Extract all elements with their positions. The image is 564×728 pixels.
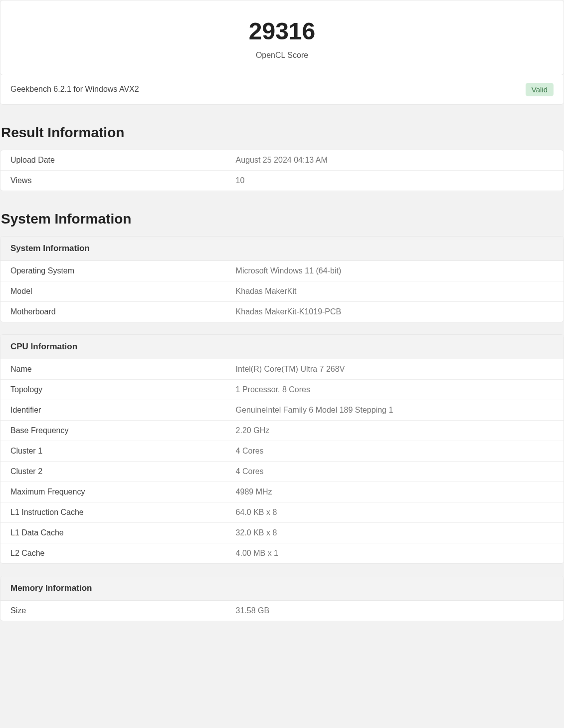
row-key: Operating System (0, 261, 226, 281)
score-card: 29316 OpenCL Score (0, 0, 564, 75)
row-value: 31.58 GB (226, 601, 564, 621)
result-information-heading: Result Information (0, 125, 564, 141)
table-row: Cluster 14 Cores (0, 441, 564, 461)
version-bar: Geekbench 6.2.1 for Windows AVX2 Valid (0, 75, 564, 105)
row-value: 4 Cores (226, 461, 564, 482)
row-key: Topology (0, 379, 226, 400)
row-key: Views (0, 170, 226, 191)
table-row: IdentifierGenuineIntel Family 6 Model 18… (0, 400, 564, 420)
table-row: NameIntel(R) Core(TM) Ultra 7 268V (0, 359, 564, 380)
table-row: Maximum Frequency4989 MHz (0, 482, 564, 502)
row-value: August 25 2024 04:13 AM (226, 150, 564, 171)
row-value: GenuineIntel Family 6 Model 189 Stepping… (226, 400, 564, 420)
row-key: L1 Instruction Cache (0, 502, 226, 522)
version-text: Geekbench 6.2.1 for Windows AVX2 (10, 85, 139, 94)
valid-badge: Valid (526, 83, 554, 96)
row-key: Identifier (0, 400, 226, 420)
row-key: Cluster 1 (0, 441, 226, 461)
row-value: 4989 MHz (226, 482, 564, 502)
score-label: OpenCL Score (10, 51, 554, 60)
row-value: 4.00 MB x 1 (226, 543, 564, 563)
table-row: Views10 (0, 170, 564, 191)
system-information-heading: System Information (0, 211, 564, 227)
table-row: MotherboardKhadas MakerKit-K1019-PCB (0, 301, 564, 322)
cpu-information-table: CPU Information NameIntel(R) Core(TM) Ul… (0, 334, 564, 564)
row-key: Upload Date (0, 150, 226, 171)
table-row: L2 Cache4.00 MB x 1 (0, 543, 564, 563)
row-key: Maximum Frequency (0, 482, 226, 502)
row-key: Motherboard (0, 301, 226, 322)
table-row: Cluster 24 Cores (0, 461, 564, 482)
table-row: Upload DateAugust 25 2024 04:13 AM (0, 150, 564, 171)
row-value: 32.0 KB x 8 (226, 522, 564, 543)
table-row: Base Frequency2.20 GHz (0, 420, 564, 441)
table-header: System Information (0, 237, 564, 261)
row-value: 2.20 GHz (226, 420, 564, 441)
row-key: L1 Data Cache (0, 522, 226, 543)
row-key: Model (0, 281, 226, 301)
table-row: Operating SystemMicrosoft Windows 11 (64… (0, 261, 564, 281)
system-information-table: System Information Operating SystemMicro… (0, 236, 564, 322)
row-value: 1 Processor, 8 Cores (226, 379, 564, 400)
table-row: ModelKhadas MakerKit (0, 281, 564, 301)
row-key: Cluster 2 (0, 461, 226, 482)
table-row: Size31.58 GB (0, 601, 564, 621)
table-header: CPU Information (0, 335, 564, 359)
table-row: L1 Instruction Cache64.0 KB x 8 (0, 502, 564, 522)
score-value: 29316 (10, 18, 554, 45)
row-value: 4 Cores (226, 441, 564, 461)
table-row: Topology1 Processor, 8 Cores (0, 379, 564, 400)
result-information-table: Upload DateAugust 25 2024 04:13 AMViews1… (0, 150, 564, 191)
row-value: Khadas MakerKit (226, 281, 564, 301)
row-key: Name (0, 359, 226, 380)
row-value: Intel(R) Core(TM) Ultra 7 268V (226, 359, 564, 380)
row-key: Size (0, 601, 226, 621)
memory-information-table: Memory Information Size31.58 GB (0, 576, 564, 621)
row-value: 64.0 KB x 8 (226, 502, 564, 522)
row-value: 10 (226, 170, 564, 191)
row-value: Microsoft Windows 11 (64-bit) (226, 261, 564, 281)
row-value: Khadas MakerKit-K1019-PCB (226, 301, 564, 322)
row-key: Base Frequency (0, 420, 226, 441)
table-header: Memory Information (0, 576, 564, 601)
row-key: L2 Cache (0, 543, 226, 563)
table-row: L1 Data Cache32.0 KB x 8 (0, 522, 564, 543)
